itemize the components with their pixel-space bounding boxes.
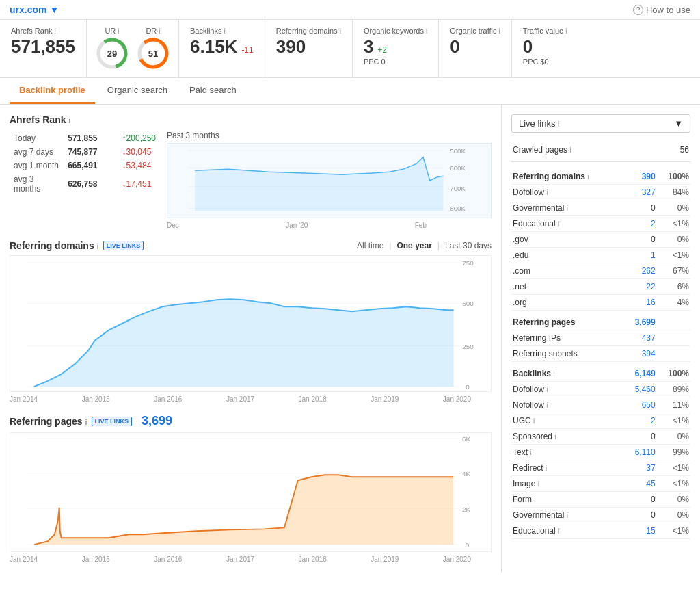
organic-traffic-info-icon[interactable]: i xyxy=(499,27,500,35)
backlinks-metric: Backlinks i 6.15K -11 xyxy=(179,20,265,77)
svg-text:800K: 800K xyxy=(450,205,466,212)
filter-one-year[interactable]: One year xyxy=(396,241,431,250)
crawled-pages-label: Crawled pages i xyxy=(513,145,571,155)
table-row: Governmental i 0 0% xyxy=(511,508,690,523)
backlinks-info-icon[interactable]: i xyxy=(224,27,226,35)
ur-info-icon[interactable]: i xyxy=(118,27,119,35)
ahrefs-rank-section-info-icon[interactable]: i xyxy=(68,116,70,125)
referring-domains-chart: 750 500 250 0 xyxy=(10,255,492,392)
referring-pages-info-icon[interactable]: i xyxy=(85,418,87,426)
svg-text:750: 750 xyxy=(462,259,474,267)
site-name: urx.com xyxy=(10,4,46,15)
metrics-bar: Ahrefs Rank i 571,855 UR i 29 DR i xyxy=(0,20,700,78)
svg-text:6K: 6K xyxy=(462,435,470,443)
table-row: avg 3 months 626,758 ↓17,451 xyxy=(11,173,159,195)
how-to-use-link[interactable]: ? How to use xyxy=(633,5,690,15)
ahrefs-rank-metric: Ahrefs Rank i 571,855 xyxy=(0,20,87,77)
svg-text:0: 0 xyxy=(466,383,470,391)
svg-marker-32 xyxy=(34,475,453,545)
svg-marker-23 xyxy=(34,299,454,387)
urdr-metric: UR i 29 DR i 51 xyxy=(87,20,179,77)
filter-last-30-days[interactable]: Last 30 days xyxy=(445,241,492,250)
ref-domains-x-labels: Jan 2014 Jan 2015 Jan 2016 Jan 2017 Jan … xyxy=(10,394,492,403)
referring-pages-header: Referring pages i LIVE LINKS 3,699 xyxy=(10,414,492,428)
svg-marker-14 xyxy=(195,157,443,211)
live-links-badge: LIVE LINKS xyxy=(103,241,144,250)
referring-domains-info-icon[interactable]: i xyxy=(340,27,341,35)
ahrefs-rank-value: 571,855 xyxy=(11,36,75,57)
filter-all-time[interactable]: All time xyxy=(357,241,383,250)
crawled-pages-row: Crawled pages i 56 xyxy=(511,142,690,162)
tabs-bar: Backlink profile Organic search Paid sea… xyxy=(0,78,700,105)
ahrefs-rank-section-title: Ahrefs Rank i xyxy=(10,114,492,125)
table-row: Backlinks i 6,149 100% xyxy=(511,362,690,382)
rank-table: Today 571,855 ↑200,250 avg 7 days 745,87… xyxy=(10,131,160,196)
traffic-value-info-icon[interactable]: i xyxy=(565,27,567,35)
referring-domains-chart-wrap: 750 500 250 0 Jan 2014 Jan 2015 Jan 2016… xyxy=(10,255,492,403)
table-row: Referring pages 3,699 xyxy=(511,311,690,330)
tab-paid-search[interactable]: Paid search xyxy=(180,78,246,104)
dr-info-icon[interactable]: i xyxy=(159,27,160,35)
backlinks-value: 6.15K xyxy=(190,36,237,57)
time-filters: All time | One year | Last 30 days xyxy=(357,241,492,250)
table-row: .com 262 67% xyxy=(511,263,690,279)
traffic-value-sub: PPC $0 xyxy=(523,57,569,66)
help-icon: ? xyxy=(633,5,643,15)
svg-text:29: 29 xyxy=(107,49,117,59)
referring-pages-chart: 6K 4K 2K 0 xyxy=(10,432,492,552)
table-row: Referring IPs 437 xyxy=(511,330,690,346)
svg-text:0: 0 xyxy=(466,541,470,549)
referring-pages-live-badge: LIVE LINKS xyxy=(92,417,133,426)
domain-dropdown-icon: ▼ xyxy=(49,4,59,15)
table-row: avg 1 month 665,491 ↓53,484 xyxy=(11,159,159,172)
table-row: .edu 1 <1% xyxy=(511,248,690,263)
traffic-value-value: 0 xyxy=(523,36,569,57)
svg-text:250: 250 xyxy=(462,343,474,350)
rank-chart-area: Past 3 months 500K 600K 700K 800K xyxy=(167,131,492,229)
dr-metric: DR i 51 xyxy=(136,27,170,70)
referring-pages-section: Referring pages i LIVE LINKS 3,699 6K 4K xyxy=(10,414,492,563)
tab-organic-search[interactable]: Organic search xyxy=(98,78,177,104)
dr-ring-chart: 51 xyxy=(136,36,170,70)
live-links-dropdown[interactable]: Live links i ▼ xyxy=(511,114,690,133)
svg-text:700K: 700K xyxy=(450,185,466,192)
backlinks-change: -11 xyxy=(241,45,253,55)
svg-text:4K: 4K xyxy=(462,470,470,477)
table-row: Referring domains i 390 100% xyxy=(511,165,690,185)
ur-ring-chart: 29 xyxy=(95,36,129,70)
referring-domains-metric: Referring domains i 390 xyxy=(265,20,353,77)
organic-keywords-metric: Organic keywords i 3 +2 PPC 0 xyxy=(353,20,439,77)
past-label: Past 3 months xyxy=(167,131,492,140)
ur-metric: UR i 29 xyxy=(95,27,129,70)
table-row: Educational i 15 <1% xyxy=(511,523,690,539)
svg-text:500: 500 xyxy=(462,300,474,307)
table-row: Sponsored i 0 0% xyxy=(511,429,690,445)
svg-text:600K: 600K xyxy=(450,164,466,172)
referring-domains-section: Referring domains i LIVE LINKS All time … xyxy=(10,240,492,403)
how-to-use-label: How to use xyxy=(646,5,690,15)
table-row: .gov 0 0% xyxy=(511,232,690,248)
organic-keywords-sub: PPC 0 xyxy=(364,57,427,66)
table-row: Referring subnets 394 xyxy=(511,346,690,362)
ahrefs-rank-info-icon[interactable]: i xyxy=(55,27,56,35)
table-row: .net 22 6% xyxy=(511,279,690,295)
site-domain[interactable]: urx.com ▼ xyxy=(10,4,59,15)
main-content: Ahrefs Rank i Today 571,855 ↑200,250 avg… xyxy=(0,105,700,573)
tab-backlink-profile[interactable]: Backlink profile xyxy=(10,78,95,104)
table-row: Form i 0 0% xyxy=(511,492,690,508)
rank-table-area: Today 571,855 ↑200,250 avg 7 days 745,87… xyxy=(10,131,160,229)
organic-traffic-metric: Organic traffic i 0 xyxy=(439,20,512,77)
table-row: Today 571,855 ↑200,250 xyxy=(11,132,159,144)
referring-domains-value: 390 xyxy=(276,36,341,57)
table-row: Nofollow i 650 11% xyxy=(511,397,690,413)
organic-keywords-info-icon[interactable]: i xyxy=(426,27,427,35)
referring-domains-info-icon[interactable]: i xyxy=(97,242,99,250)
right-panel: Live links i ▼ Crawled pages i 56 Referr… xyxy=(502,105,700,573)
organic-keywords-value: 3 xyxy=(364,36,373,57)
referring-pages-value: 3,699 xyxy=(142,414,172,428)
table-row: Governmental i 0 0% xyxy=(511,200,690,216)
dropdown-label: Live links i xyxy=(519,118,559,129)
table-row: avg 7 days 745,877 ↓30,045 xyxy=(11,146,159,158)
ahrefs-rank-label: Ahrefs Rank i xyxy=(11,27,75,35)
rank-area: Today 571,855 ↑200,250 avg 7 days 745,87… xyxy=(10,131,492,229)
